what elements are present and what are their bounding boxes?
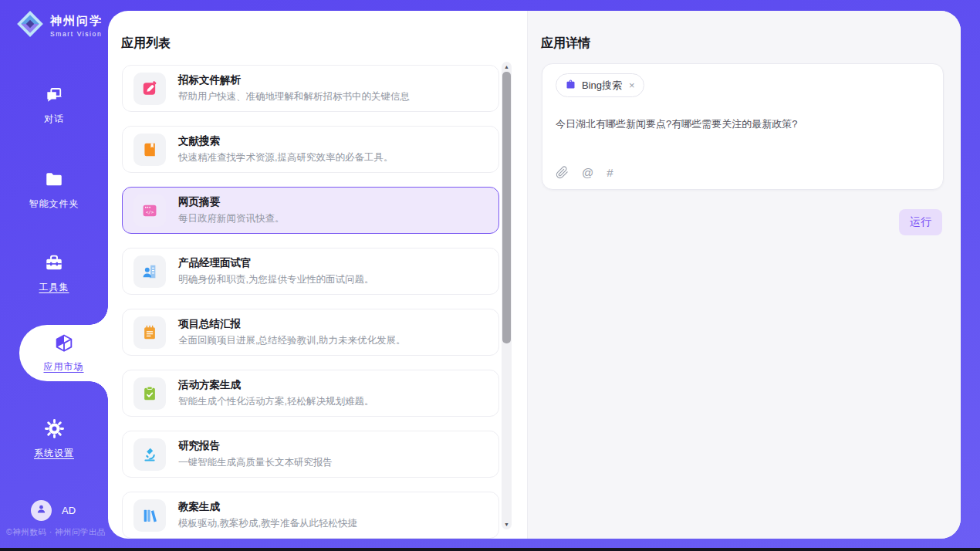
app-list-item[interactable]: 研究报告一键智能生成高质量长文本研究报告	[122, 431, 499, 478]
sidebar-item-label: 系统设置	[34, 447, 74, 460]
app-item-name: 项目总结汇报	[178, 317, 405, 331]
app-detail-panel: 应用详情 Bing搜索 × 今日湖北有哪些新闻要点?有哪些需要关注的最新政策? …	[527, 11, 961, 539]
brand-name: 神州问学	[50, 14, 103, 29]
app-item-description: 全面回顾项目进展,总结经验教训,助力未来优化发展。	[178, 334, 405, 347]
sidebar-item-label: 对话	[44, 113, 64, 126]
app-item-description: 一键智能生成高质量长文本研究报告	[178, 456, 333, 469]
prompt-input[interactable]: 今日湖北有哪些新闻要点?有哪些需要关注的最新政策?	[556, 117, 928, 131]
app-item-description: 快速精准查找学术资源,提高研究效率的必备工具。	[178, 151, 393, 164]
sidebar: 神州问学 Smart Vision 对话智能文件夹工具集应用市场系统设置 AD …	[0, 0, 108, 551]
chip-close-icon[interactable]: ×	[629, 79, 635, 91]
prompt-composer[interactable]: Bing搜索 × 今日湖北有哪些新闻要点?有哪些需要关注的最新政策? @#	[542, 63, 944, 190]
app-list-item[interactable]: 教案生成模板驱动,教案秒成,教学准备从此轻松快捷	[122, 492, 499, 539]
app-list: 招标文件解析帮助用户快速、准确地理解和解析招标书中的关键信息文献搜索快速精准查找…	[122, 65, 499, 539]
browser-code-icon: </>	[133, 194, 166, 227]
person-icon	[35, 502, 48, 519]
app-list-item[interactable]: 文献搜索快速精准查找学术资源,提高研究效率的必备工具。	[122, 126, 499, 173]
app-item-name: 文献搜索	[178, 134, 393, 148]
sidebar-item-label: 工具集	[39, 281, 69, 294]
paperclip-icon[interactable]	[556, 166, 569, 179]
diamond-logo-icon	[15, 9, 45, 42]
sidebar-item-2[interactable]: 工具集	[0, 253, 108, 294]
clipboard-check-icon	[133, 377, 166, 410]
brand-logo: 神州问学 Smart Vision	[15, 9, 103, 42]
app-list-item[interactable]: </>网页摘要每日政府新闻资讯快查。	[122, 187, 499, 234]
app-list-item[interactable]: 产品经理面试官明确身份和职责,为您提供专业性的面试问题。	[122, 248, 499, 295]
scrollbar-down-icon[interactable]: ▼	[502, 522, 512, 527]
hash-icon[interactable]: #	[607, 166, 613, 179]
at-icon[interactable]: @	[582, 166, 593, 179]
scrollbar-up-icon[interactable]: ▲	[502, 64, 512, 69]
sidebar-footer: ©神州数码 · 神州问学出品	[6, 527, 106, 538]
main-panel: 应用列表 招标文件解析帮助用户快速、准确地理解和解析招标书中的关键信息文献搜索快…	[108, 11, 961, 539]
user-account[interactable]: AD	[31, 500, 76, 521]
sidebar-item-1[interactable]: 智能文件夹	[0, 170, 108, 211]
brand-subtitle: Smart Vision	[50, 30, 103, 38]
books-icon	[133, 499, 166, 532]
tool-chip-bing-search[interactable]: Bing搜索 ×	[556, 73, 644, 97]
app-list-panel: 应用列表 招标文件解析帮助用户快速、准确地理解和解析招标书中的关键信息文献搜索快…	[108, 11, 527, 539]
person-doc-icon	[133, 255, 166, 288]
notepad-icon	[133, 316, 166, 349]
sidebar-item-4[interactable]: 系统设置	[0, 418, 108, 460]
app-list-scrollbar[interactable]: ▲ ▼	[502, 62, 512, 529]
gear-icon	[44, 418, 65, 442]
app-list-item[interactable]: 招标文件解析帮助用户快速、准确地理解和解析招标书中的关键信息	[122, 65, 499, 112]
book-icon	[133, 134, 166, 166]
bottom-edge-strip	[0, 548, 980, 551]
app-detail-title: 应用详情	[541, 35, 590, 52]
app-item-description: 明确身份和职责,为您提供专业性的面试问题。	[178, 273, 373, 286]
app-item-description: 智能生成个性化活动方案,轻松解决规划难题。	[178, 395, 373, 408]
sidebar-item-0[interactable]: 对话	[0, 85, 108, 126]
sidebar-item-3[interactable]: 应用市场	[19, 325, 108, 381]
composer-toolbar: @#	[556, 166, 613, 179]
cube-icon	[53, 333, 75, 357]
user-name: AD	[62, 505, 76, 516]
app-item-name: 产品经理面试官	[178, 256, 373, 270]
edit-square-icon	[133, 73, 166, 105]
app-item-name: 网页摘要	[178, 195, 285, 209]
app-item-description: 每日政府新闻资讯快查。	[178, 212, 285, 225]
app-list-item[interactable]: 活动方案生成智能生成个性化活动方案,轻松解决规划难题。	[122, 370, 499, 417]
app-list-item[interactable]: 项目总结汇报全面回顾项目进展,总结经验教训,助力未来优化发展。	[122, 309, 499, 356]
tool-chip-label: Bing搜索	[582, 79, 622, 93]
app-item-name: 研究报告	[178, 439, 333, 453]
scrollbar-thumb[interactable]	[502, 72, 511, 343]
sidebar-item-label: 智能文件夹	[29, 198, 79, 211]
sidebar-item-label: 应用市场	[44, 360, 84, 374]
app-item-name: 活动方案生成	[178, 378, 373, 392]
svg-text:</>: </>	[146, 210, 154, 215]
app-item-description: 帮助用户快速、准确地理解和解析招标书中的关键信息	[178, 90, 410, 103]
app-list-title: 应用列表	[121, 35, 171, 52]
folder-icon	[44, 170, 64, 193]
run-button[interactable]: 运行	[899, 209, 942, 235]
avatar[interactable]	[31, 500, 52, 521]
app-item-description: 模板驱动,教案秒成,教学准备从此轻松快捷	[178, 517, 357, 530]
app-item-name: 招标文件解析	[178, 73, 410, 87]
chat-icon	[44, 85, 64, 108]
app-item-name: 教案生成	[178, 500, 357, 514]
microscope-icon	[133, 438, 166, 471]
toolbox-icon	[44, 253, 64, 276]
briefcase-icon	[565, 79, 576, 93]
